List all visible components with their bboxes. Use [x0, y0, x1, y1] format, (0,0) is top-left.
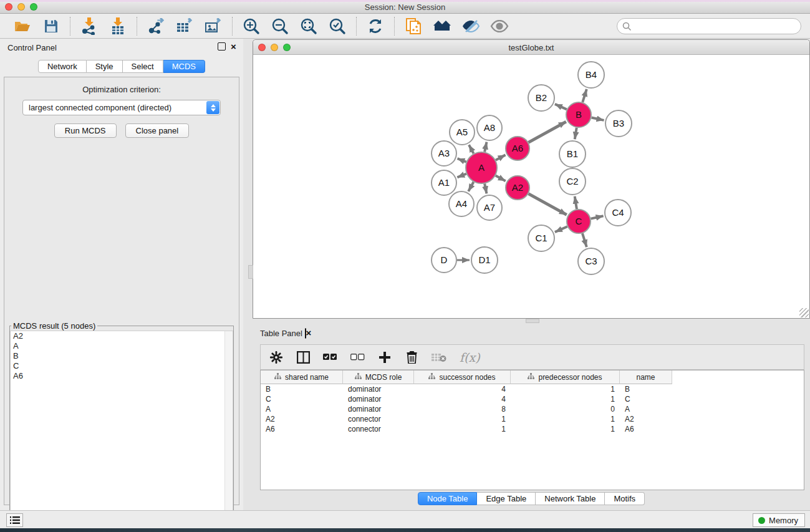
column-header-shared_name[interactable]: shared name [261, 370, 343, 384]
mcds-result-item[interactable]: C [11, 361, 233, 371]
graph-node-C4[interactable]: C4 [605, 200, 631, 226]
homes-icon[interactable] [432, 17, 452, 36]
deselect-all-icon[interactable] [350, 349, 365, 365]
tab-mcds[interactable]: MCDS [163, 60, 205, 73]
export-table-icon[interactable] [175, 17, 195, 36]
edge-A-A2[interactable] [496, 176, 506, 181]
function-builder-icon-disabled[interactable]: f(x) [460, 349, 480, 365]
close-table-panel-icon[interactable]: × [306, 327, 312, 338]
zoom-selected-icon[interactable] [327, 17, 347, 36]
duplicate-network-icon[interactable] [403, 17, 423, 36]
mcds-result-item[interactable]: B [11, 351, 233, 361]
table-row[interactable]: Cdominator41C [261, 394, 804, 404]
graph-node-C3[interactable]: C3 [578, 248, 604, 274]
open-session-icon[interactable] [12, 17, 32, 36]
network-canvas[interactable]: B4B2BB3A5A8A6A3B1AC2A1A2A4A7C4CC1C3DD1 [254, 55, 806, 318]
zoom-out-icon[interactable] [270, 17, 290, 36]
edge-A-A4[interactable] [468, 182, 473, 191]
edge-C-C1[interactable] [555, 226, 567, 232]
graph-node-A2[interactable]: A2 [506, 176, 529, 200]
graph-node-A5[interactable]: A5 [450, 120, 475, 145]
graph-node-A7[interactable]: A7 [477, 195, 502, 220]
edge-A-A8[interactable] [485, 142, 486, 152]
delete-table-icon-disabled[interactable] [432, 349, 446, 365]
table-row[interactable]: Bdominator41B [261, 384, 804, 394]
graph-node-D[interactable]: D [432, 248, 456, 273]
graph-node-A3[interactable]: A3 [432, 141, 456, 166]
graph-node-A6[interactable]: A6 [506, 137, 529, 160]
graph-node-A8[interactable]: A8 [477, 115, 502, 140]
tab-select[interactable]: Select [123, 60, 163, 73]
network-window-titlebar[interactable]: testGlobe.txt [253, 40, 809, 55]
memory-button[interactable]: Memory [753, 513, 805, 527]
mcds-result-item[interactable]: A [11, 341, 233, 351]
edge-A-A5[interactable] [469, 145, 474, 153]
edge-B-B2[interactable] [555, 104, 567, 110]
splitter-handle-vertical[interactable] [248, 265, 253, 279]
tab-style[interactable]: Style [87, 60, 123, 73]
mcds-result-item[interactable]: A2 [11, 331, 233, 341]
graph-node-B[interactable]: B [566, 102, 591, 127]
float-panel-icon[interactable] [218, 42, 226, 51]
resize-grip[interactable] [799, 308, 809, 317]
apply-layout-icon[interactable] [365, 17, 385, 36]
table-settings-gear-icon[interactable] [269, 349, 283, 365]
criterion-dropdown[interactable]: largest connected component (directed) [22, 100, 221, 115]
edge-A6-B[interactable] [529, 122, 566, 142]
window-titlebar[interactable]: Session: New Session [0, 0, 810, 14]
save-session-icon[interactable] [41, 17, 61, 36]
splitter-handle-horizontal[interactable] [526, 319, 539, 323]
add-column-icon[interactable] [378, 349, 392, 365]
edge-A-A6[interactable] [496, 155, 506, 160]
network-graph[interactable]: B4B2BB3A5A8A6A3B1AC2A1A2A4A7C4CC1C3DD1 [254, 55, 806, 318]
table-row[interactable]: Adominator80A [261, 404, 804, 414]
edge-C-C4[interactable] [591, 216, 604, 218]
table-row[interactable]: A2connector11A2 [261, 414, 804, 424]
edge-A-A1[interactable] [457, 174, 466, 178]
graph-node-B1[interactable]: B1 [559, 141, 586, 167]
zoom-in-icon[interactable] [241, 17, 261, 36]
tab-motifs[interactable]: Motifs [605, 492, 645, 505]
import-table-icon[interactable] [108, 17, 128, 36]
edge-A-A7[interactable] [485, 183, 486, 193]
select-all-icon[interactable] [323, 349, 337, 365]
graph-node-D1[interactable]: D1 [471, 247, 498, 273]
graph-node-A[interactable]: A [466, 152, 497, 183]
edge-B-B1[interactable] [575, 128, 577, 140]
graph-node-C2[interactable]: C2 [559, 168, 586, 195]
run-mcds-button[interactable]: Run MCDS [54, 123, 117, 138]
mcds-result-item[interactable]: A6 [11, 371, 233, 381]
column-header-mcds_role[interactable]: MCDS role [343, 370, 414, 384]
show-columns-icon[interactable] [296, 349, 310, 365]
table-row[interactable]: A6connector11A6 [261, 424, 804, 434]
graph-node-B4[interactable]: B4 [578, 62, 604, 88]
zoom-fit-icon[interactable] [299, 17, 319, 36]
close-panel-icon[interactable]: × [229, 42, 238, 51]
scrollbar[interactable] [224, 331, 233, 532]
export-network-icon[interactable] [146, 17, 166, 36]
import-network-icon[interactable] [79, 17, 99, 36]
column-header-name[interactable]: name [620, 370, 672, 384]
tab-edge-table[interactable]: Edge Table [477, 492, 536, 505]
edge-C-C2[interactable] [575, 196, 577, 210]
edge-A2-C[interactable] [529, 194, 567, 215]
edge-A-A3[interactable] [457, 158, 466, 162]
graph-node-C1[interactable]: C1 [528, 225, 554, 251]
tab-network[interactable]: Network [38, 60, 87, 73]
graph-node-C[interactable]: C [567, 210, 591, 233]
search-input[interactable] [617, 18, 801, 34]
close-panel-button[interactable]: Close panel [125, 123, 190, 138]
graph-node-A4[interactable]: A4 [449, 191, 474, 216]
mcds-result-list[interactable]: A2ABCA6 [10, 331, 233, 532]
show-hide-graphics-icon[interactable] [461, 17, 481, 36]
edge-C-C3[interactable] [582, 233, 587, 247]
bird-eye-view-icon[interactable] [489, 17, 509, 36]
graph-node-B2[interactable]: B2 [528, 85, 554, 111]
tab-network-table[interactable]: Network Table [536, 492, 605, 505]
export-image-icon[interactable] [203, 17, 223, 36]
graph-node-A1[interactable]: A1 [432, 170, 456, 195]
column-header-successor_nodes[interactable]: successor nodes [414, 370, 511, 384]
delete-column-icon[interactable] [405, 349, 418, 365]
graph-node-B3[interactable]: B3 [605, 110, 632, 137]
edge-B-B3[interactable] [592, 117, 604, 120]
